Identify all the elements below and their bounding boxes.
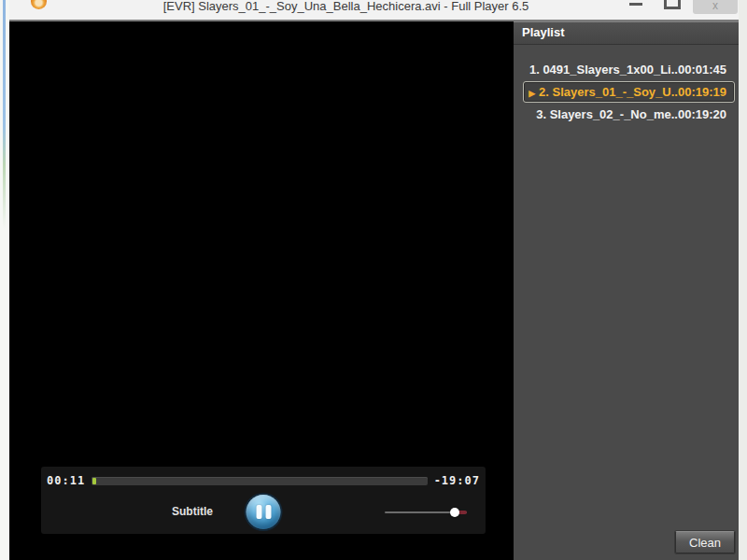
playlist-item[interactable]: ▶1. 0491_Slayers_1x00_Li..00:01:45 xyxy=(523,59,735,80)
playlist-panel: Playlist ▶1. 0491_Slayers_1x00_Li..00:01… xyxy=(514,21,739,560)
desktop-edge-right xyxy=(739,0,747,560)
subtitle-button[interactable]: Subtitle xyxy=(172,505,213,518)
player-control-bar: 00:11 -19:07 Subtitle xyxy=(41,467,486,534)
player-window: [EVR] Slayers_01_-_Soy_Una_Bella_Hechice… xyxy=(9,0,739,560)
titlebar[interactable]: [EVR] Slayers_01_-_Soy_Una_Bella_Hechice… xyxy=(9,0,739,21)
pause-button[interactable] xyxy=(247,495,281,529)
playlist-items: ▶1. 0491_Slayers_1x00_Li..00:01:45▶2. Sl… xyxy=(514,59,739,125)
playlist-item-label: 3. Slayers_02_-_No_me.. xyxy=(536,107,678,121)
screen: [EVR] Slayers_01_-_Soy_Una_Bella_Hechice… xyxy=(0,0,747,560)
video-area[interactable]: 00:11 -19:07 Subtitle xyxy=(9,21,514,560)
clean-button[interactable]: Clean xyxy=(675,531,735,553)
seek-progress xyxy=(92,478,96,484)
minimize-button[interactable] xyxy=(627,0,644,11)
playlist-item-duration: 00:01:45 xyxy=(678,63,726,77)
playlist-item-duration: 00:19:20 xyxy=(678,107,726,121)
playlist-item-duration: 00:19:19 xyxy=(678,85,726,99)
pause-icon xyxy=(265,505,271,519)
remaining-time: -19:07 xyxy=(434,474,480,487)
close-button[interactable]: x xyxy=(693,0,738,14)
elapsed-time: 00:11 xyxy=(47,474,85,487)
playlist-header: Playlist xyxy=(514,21,739,44)
minimize-icon xyxy=(629,3,642,6)
playlist-item[interactable]: ▶2. Slayers_01_-_Soy_U..00:19:19 xyxy=(523,81,735,103)
window-title: [EVR] Slayers_01_-_Soy_Una_Bella_Hechice… xyxy=(65,0,627,13)
volume-slider[interactable] xyxy=(385,507,467,518)
now-playing-icon: ▶ xyxy=(529,89,535,98)
maximize-icon xyxy=(664,0,681,9)
app-icon xyxy=(31,0,47,9)
desktop-edge-left xyxy=(0,0,9,560)
volume-knob[interactable] xyxy=(450,508,459,517)
seek-row: 00:11 -19:07 xyxy=(41,467,486,487)
window-content: 00:11 -19:07 Subtitle xyxy=(9,21,739,560)
seek-bar[interactable] xyxy=(92,477,428,485)
maximize-button[interactable] xyxy=(663,0,680,11)
playlist-item-label: 1. 0491_Slayers_1x00_Li.. xyxy=(529,63,678,77)
playlist-item-label: 2. Slayers_01_-_Soy_U.. xyxy=(539,85,678,99)
pause-icon xyxy=(256,505,261,519)
desktop-blue-stripe xyxy=(3,0,6,229)
playlist-item[interactable]: ▶3. Slayers_02_-_No_me..00:19:20 xyxy=(523,104,735,125)
